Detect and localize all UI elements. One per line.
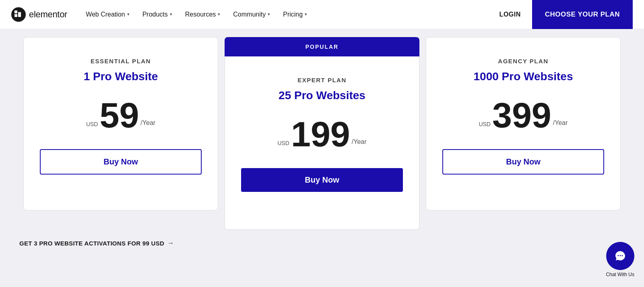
chevron-down-icon: ▾ (268, 12, 270, 17)
agency-currency: USD (479, 121, 491, 127)
main-content: ESSENTIAL PLAN 1 Pro Website USD 59 /Yea… (0, 29, 644, 287)
agency-plan-wrapper: AGENCY PLAN 1000 Pro Websites USD 399 /Y… (426, 37, 621, 210)
expert-plan-wrapper: POPULAR EXPERT PLAN 25 Pro Websites USD … (225, 37, 419, 230)
logo[interactable]: elementor (11, 7, 67, 22)
nav-links: Web Creation ▾ Products ▾ Resources ▾ Co… (80, 8, 488, 21)
essential-plan-name: ESSENTIAL PLAN (91, 58, 151, 64)
svg-point-3 (617, 255, 619, 256)
nav-item-community[interactable]: Community ▾ (227, 8, 276, 21)
agency-plan-card: AGENCY PLAN 1000 Pro Websites USD 399 /Y… (426, 37, 621, 210)
agency-period: /Year (553, 119, 568, 127)
essential-price-area: USD 59 /Year (86, 98, 155, 133)
svg-rect-0 (14, 10, 17, 13)
login-button[interactable]: LOGIN (488, 11, 532, 18)
chat-widget[interactable]: Chat With Us (606, 242, 634, 277)
expert-buy-button[interactable]: Buy Now (241, 168, 403, 192)
choose-plan-button[interactable]: CHOOSE YOUR PLAN (532, 0, 633, 29)
nav-item-web-creation[interactable]: Web Creation ▾ (80, 8, 135, 21)
promo-text: GET 3 PRO WEBSITE ACTIVATIONS FOR 99 USD (19, 240, 164, 247)
agency-plan-name: AGENCY PLAN (498, 58, 548, 64)
promo-arrow-icon: → (167, 239, 174, 247)
chevron-down-icon: ▾ (170, 12, 172, 17)
svg-point-4 (619, 255, 621, 256)
essential-price: 59 (99, 98, 139, 133)
essential-plan-wrapper: ESSENTIAL PLAN 1 Pro Website USD 59 /Yea… (23, 37, 218, 210)
svg-point-5 (621, 255, 623, 256)
essential-plan-card: ESSENTIAL PLAN 1 Pro Website USD 59 /Yea… (23, 37, 218, 210)
expert-currency: USD (277, 140, 289, 146)
nav-right: LOGIN CHOOSE YOUR PLAN (488, 0, 633, 29)
expert-plan-sites: 25 Pro Websites (279, 89, 365, 102)
svg-rect-2 (18, 12, 21, 17)
nav-item-products[interactable]: Products ▾ (137, 8, 178, 21)
agency-price-area: USD 399 /Year (479, 98, 568, 133)
agency-buy-button[interactable]: Buy Now (442, 149, 604, 175)
expert-plan-name: EXPERT PLAN (297, 77, 347, 83)
nav-item-pricing[interactable]: Pricing ▾ (277, 8, 313, 21)
expert-price-area: USD 199 /Year (277, 116, 366, 152)
essential-plan-sites: 1 Pro Website (84, 70, 158, 83)
promo-bar[interactable]: GET 3 PRO WEBSITE ACTIVATIONS FOR 99 USD… (16, 239, 628, 247)
expert-price: 199 (291, 116, 350, 152)
popular-badge: POPULAR (225, 37, 419, 56)
chevron-down-icon: ▾ (305, 12, 307, 17)
plans-grid: ESSENTIAL PLAN 1 Pro Website USD 59 /Yea… (20, 37, 624, 230)
expert-plan-card: EXPERT PLAN 25 Pro Websites USD 199 /Yea… (225, 56, 419, 230)
navbar: elementor Web Creation ▾ Products ▾ Reso… (0, 0, 644, 29)
essential-period: /Year (140, 119, 155, 127)
agency-plan-sites: 1000 Pro Websites (474, 70, 573, 83)
chevron-down-icon: ▾ (127, 12, 130, 17)
essential-currency: USD (86, 121, 98, 127)
essential-buy-button[interactable]: Buy Now (40, 149, 202, 175)
svg-rect-1 (14, 14, 17, 17)
logo-text: elementor (29, 9, 67, 20)
chevron-down-icon: ▾ (218, 12, 220, 17)
chat-label: Chat With Us (606, 272, 634, 277)
expert-period: /Year (352, 138, 367, 146)
chat-button[interactable] (606, 242, 634, 270)
agency-price: 399 (492, 98, 551, 133)
logo-icon (11, 7, 26, 22)
nav-item-resources[interactable]: Resources ▾ (180, 8, 226, 21)
